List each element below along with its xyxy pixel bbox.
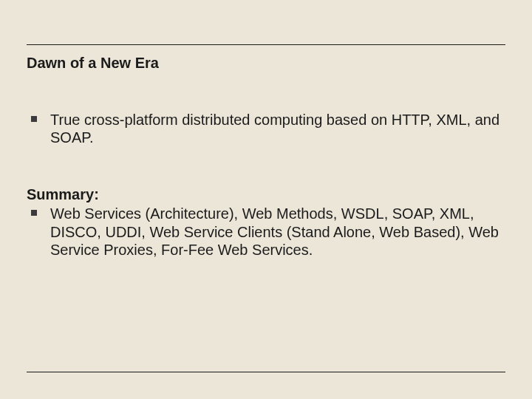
list-item: Web Services (Architecture), Web Methods… [27, 205, 505, 259]
slide-body: True cross-platform distributed computin… [27, 111, 505, 297]
section: Summary: Web Services (Architecture), We… [27, 185, 505, 259]
divider-top [27, 44, 505, 45]
section: True cross-platform distributed computin… [27, 111, 505, 147]
square-bullet-icon [31, 116, 37, 122]
bullet-text: True cross-platform distributed computin… [50, 111, 505, 147]
list-item: True cross-platform distributed computin… [27, 111, 505, 147]
square-bullet-icon [31, 210, 37, 216]
divider-bottom [27, 372, 505, 372]
slide-title: Dawn of a New Era [27, 55, 159, 72]
bullet-text: Web Services (Architecture), Web Methods… [50, 205, 505, 259]
slide: Dawn of a New Era True cross-platform di… [0, 0, 532, 399]
section-heading: Summary: [27, 185, 505, 203]
